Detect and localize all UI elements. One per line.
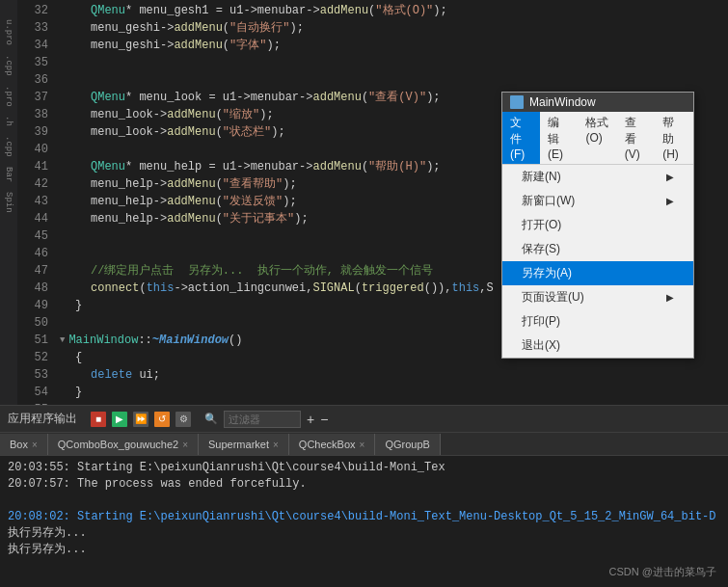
menu-item-open[interactable]: 打开(O) — [502, 213, 693, 237]
output-line-3 — [8, 493, 720, 509]
menu-item-save[interactable]: 保存(S) — [502, 237, 693, 261]
output-line-4: 20:08:02: Starting E:\peixunQianrushi\Qt… — [8, 509, 720, 525]
menu-bar-view[interactable]: 查看(V) — [617, 112, 655, 164]
arrow-icon-page-setup: ▶ — [666, 292, 674, 303]
output-line-6: 执行另存为... — [8, 542, 720, 558]
arrow-icon-new-window: ▶ — [666, 196, 674, 206]
code-line-53: delete ui; — [56, 366, 728, 384]
menu-item-save-as[interactable]: 另存为(A) — [502, 261, 693, 285]
sidebar-label-cpp2: .cpp — [4, 136, 13, 157]
code-line-33: menu_geshi->addMenu("自动换行"); — [56, 19, 728, 37]
restart-button[interactable]: ↺ — [154, 412, 170, 427]
tab-close-supermarket[interactable]: × — [273, 440, 279, 450]
menu-item-print[interactable]: 打印(P) — [502, 309, 693, 334]
code-line-32: QMenu* menu_gesh1 = u1->menubar->addMenu… — [56, 2, 728, 19]
sidebar-label-pro: .pro — [4, 86, 13, 107]
tab-qcheckbox[interactable]: QCheckBox × — [289, 434, 376, 455]
sidebar-label-cpp1: .cpp — [4, 55, 13, 76]
context-menu: MainWindow 文件(F) 编辑(E) 格式(O) 查看(V) 帮助(H)… — [501, 92, 694, 359]
code-line-54: } — [56, 384, 728, 401]
stop-button[interactable]: ■ — [91, 412, 106, 427]
run-button[interactable]: ▶ — [112, 412, 127, 427]
sidebar-label-h: .h — [4, 116, 13, 126]
menu-bar-edit[interactable]: 编辑(E) — [540, 112, 578, 164]
menu-item-new-window[interactable]: 新窗口(W) ▶ — [502, 189, 693, 213]
code-line-36 — [56, 71, 728, 89]
tabs-bar: Box × QComboBox_gouwuche2 × Supermarket … — [0, 433, 728, 456]
search-icon: 🔍 — [204, 413, 218, 425]
menu-bar-format[interactable]: 格式(O) — [578, 112, 616, 164]
code-line-35 — [56, 54, 728, 71]
tab-qgroup[interactable]: QGroupB — [375, 434, 440, 455]
line-numbers: 32 33 34 35 36 37 38 39 40 41 42 43 44 4… — [17, 0, 56, 405]
sidebar-label-upro: u.pro — [4, 19, 13, 45]
menu-title-bar: MainWindow — [502, 93, 693, 112]
menu-bar: 文件(F) 编辑(E) 格式(O) 查看(V) 帮助(H) — [502, 112, 693, 165]
output-panel: 应用程序输出 ■ ▶ ⏩ ↺ ⚙ 🔍 + − Box × QComboBox_g… — [0, 405, 728, 587]
watermark: CSDN @进击的菜鸟子 — [609, 565, 716, 579]
minus-button[interactable]: − — [320, 412, 328, 427]
menu-item-page-setup[interactable]: 页面设置(U) ▶ — [502, 285, 693, 309]
tab-close-box[interactable]: × — [32, 440, 38, 450]
tab-box[interactable]: Box × — [0, 434, 48, 455]
code-line-34: menu_geshi->addMenu("字体"); — [56, 37, 728, 54]
output-line-1: 20:03:55: Starting E:\peixunQianrushi\Qt… — [8, 460, 720, 476]
settings-button[interactable]: ⚙ — [175, 412, 191, 427]
sidebar-label-bar: Bar — [4, 167, 13, 182]
output-title: 应用程序输出 — [8, 411, 77, 427]
menu-bar-help[interactable]: 帮助(H) — [655, 112, 693, 164]
output-toolbar: 应用程序输出 ■ ▶ ⏩ ↺ ⚙ 🔍 + − — [0, 406, 728, 433]
menu-title-text: MainWindow — [529, 95, 596, 109]
arrow-icon-new: ▶ — [666, 172, 674, 182]
sidebar-label-spin: Spin — [4, 192, 13, 213]
tab-close-qcheckbox[interactable]: × — [360, 440, 365, 450]
plus-button[interactable]: + — [307, 412, 314, 427]
menu-item-exit[interactable]: 退出(X) — [502, 334, 693, 358]
menu-item-new[interactable]: 新建(N) ▶ — [502, 165, 693, 189]
tab-qcombobox[interactable]: QComboBox_gouwuche2 × — [48, 434, 199, 455]
filter-input[interactable] — [224, 411, 301, 428]
output-line-5: 执行另存为... — [8, 525, 720, 542]
menu-title-icon — [510, 95, 524, 109]
tab-supermarket[interactable]: Supermarket × — [199, 434, 289, 455]
step-button[interactable]: ⏩ — [133, 412, 148, 427]
fold-arrow-51[interactable]: ▼ — [60, 332, 65, 349]
menu-bar-file[interactable]: 文件(F) — [502, 112, 540, 164]
tab-close-qcombobox[interactable]: × — [182, 440, 188, 450]
output-line-2: 20:07:57: The process was ended forceful… — [8, 476, 720, 493]
